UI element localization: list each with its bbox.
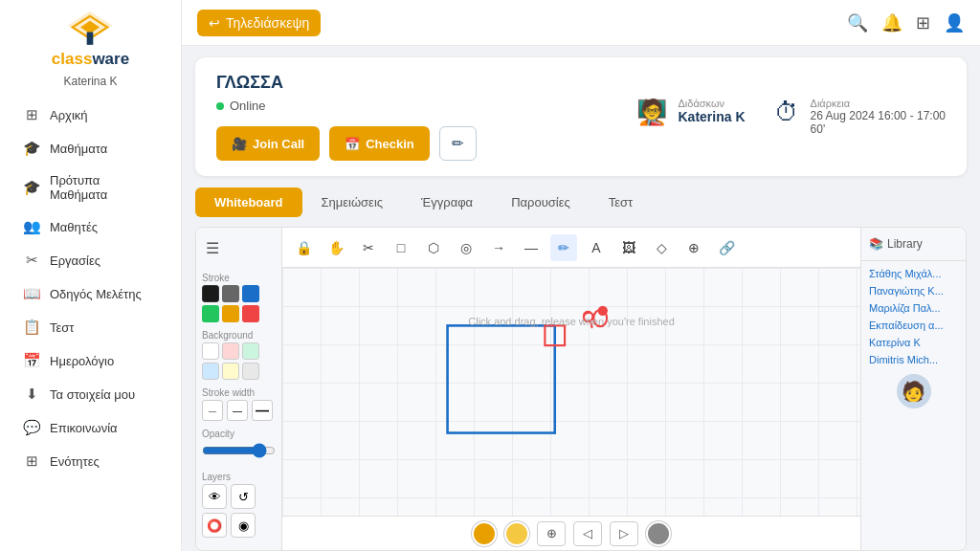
edit-icon: ✏ bbox=[452, 135, 464, 151]
grid-icon[interactable]: ⊞ bbox=[916, 12, 930, 33]
stroke-width-medium[interactable]: — bbox=[227, 400, 248, 421]
bell-icon[interactable]: 🔔 bbox=[881, 12, 902, 33]
sidebar-item-course-templates[interactable]: 🎓 Πρότυπα Μαθήματα bbox=[6, 165, 175, 209]
library-button[interactable]: 📚 Library bbox=[861, 228, 966, 261]
topbar: ↩ Τηλεδιάσκεψη 🔍 🔔 ⊞ 👤 bbox=[182, 0, 980, 46]
participant-item[interactable]: Dimitris Mich... bbox=[867, 351, 960, 368]
sidebar-item-units[interactable]: ⊞ Ενότητες bbox=[6, 445, 175, 477]
bottom-color-gray[interactable] bbox=[646, 521, 671, 546]
checkin-label: Checkin bbox=[366, 137, 414, 151]
bottom-btn-1[interactable]: ⊕ bbox=[537, 521, 566, 546]
join-call-button[interactable]: 🎥 Join Call bbox=[216, 126, 320, 161]
back-button[interactable]: ↩ Τηλεδιάσκεψη bbox=[197, 10, 321, 36]
topbar-icons: 🔍 🔔 ⊞ 👤 bbox=[847, 12, 965, 33]
bg-color-blue[interactable] bbox=[202, 363, 219, 380]
tool-link[interactable]: 🔗 bbox=[713, 234, 740, 261]
stroke-color-red[interactable] bbox=[242, 305, 259, 322]
info-icon: ⬇ bbox=[23, 386, 40, 403]
layer-btn-circle[interactable]: ⭕ bbox=[202, 513, 227, 538]
tab-documents[interactable]: Έγγραφα bbox=[402, 187, 492, 217]
stroke-color-blue[interactable] bbox=[242, 285, 259, 302]
sidebar-item-tasks[interactable]: ✂ Εργασίες bbox=[6, 244, 175, 276]
tabs-row: Whiteboard Σημειώσεις Έγγραφα Παρουσίες … bbox=[195, 187, 967, 217]
bottom-btn-3[interactable]: ▷ bbox=[610, 521, 638, 546]
tool-text[interactable]: A bbox=[583, 234, 610, 261]
tool-rect[interactable]: □ bbox=[388, 234, 414, 261]
user-avatar-icon[interactable]: 👤 bbox=[944, 12, 965, 33]
edit-button[interactable]: ✏ bbox=[439, 126, 477, 161]
bottom-color-orange[interactable] bbox=[472, 521, 497, 546]
sidebar-item-courses[interactable]: 🎓 Μαθήματα bbox=[6, 132, 175, 165]
tool-image[interactable]: 🖼 bbox=[615, 234, 642, 261]
sidebar-nav: ⊞ Αρχική 🎓 Μαθήματα 🎓 Πρότυπα Μαθήματα 👥… bbox=[0, 98, 181, 478]
participant-item[interactable]: Μαριλίζα Παλ... bbox=[867, 299, 960, 317]
bg-color-yellow[interactable] bbox=[222, 363, 239, 380]
sidebar-item-tests[interactable]: 📋 Τεστ bbox=[6, 311, 175, 343]
search-icon[interactable]: 🔍 bbox=[847, 12, 868, 33]
wb-canvas[interactable]: Click and drag, release when you're fini… bbox=[282, 268, 860, 550]
participant-item[interactable]: Κατερίνα Κ bbox=[867, 334, 960, 351]
clock-icon: ⏱ bbox=[774, 98, 799, 127]
tool-hex[interactable]: ⬡ bbox=[420, 234, 447, 261]
duration-label: Διάρκεια bbox=[811, 98, 946, 109]
sidebar-item-label: Αρχική bbox=[50, 108, 88, 122]
tool-eraser[interactable]: ◇ bbox=[648, 234, 675, 261]
bg-color-pink[interactable] bbox=[222, 342, 239, 360]
sidebar-item-calendar[interactable]: 📅 Ημερολόγιο bbox=[6, 344, 175, 377]
sidebar-item-communication[interactable]: 💬 Επικοινωνία bbox=[6, 411, 175, 444]
svg-marker-3 bbox=[87, 33, 94, 45]
templates-icon: 🎓 bbox=[23, 179, 40, 196]
checkin-button[interactable]: 📅 Checkin bbox=[329, 126, 430, 161]
tool-pen[interactable]: ✏ bbox=[550, 234, 577, 261]
sidebar-item-students[interactable]: 👥 Μαθητές bbox=[6, 210, 175, 243]
stroke-color-green[interactable] bbox=[202, 305, 219, 322]
class-minutes: 60' bbox=[811, 122, 946, 136]
tool-hand[interactable]: ✋ bbox=[323, 234, 349, 261]
tab-notes[interactable]: Σημειώσεις bbox=[302, 187, 403, 217]
class-online-status: Online bbox=[216, 99, 477, 113]
sidebar-item-label: Εργασίες bbox=[50, 253, 100, 268]
participant-list: Στάθης Μιχάλ... Παναγιώτης Κ... Μαριλίζα… bbox=[861, 261, 966, 550]
tool-lock[interactable]: 🔒 bbox=[290, 234, 317, 261]
teacher-icon: 🧑‍🏫 bbox=[636, 98, 667, 127]
courses-icon: 🎓 bbox=[23, 140, 40, 157]
participant-item[interactable]: Παναγιώτης Κ... bbox=[867, 282, 960, 299]
bottom-color-yellow[interactable] bbox=[504, 521, 529, 546]
sidebar-item-home[interactable]: ⊞ Αρχική bbox=[6, 99, 175, 131]
bg-color-white[interactable] bbox=[202, 342, 219, 360]
participant-item[interactable]: Στάθης Μιχάλ... bbox=[867, 265, 960, 282]
stroke-color-orange[interactable] bbox=[222, 305, 239, 322]
participant-item[interactable]: Εκπαίδευση α... bbox=[867, 317, 960, 334]
tab-attendance[interactable]: Παρουσίες bbox=[492, 187, 590, 217]
layer-btn-fill[interactable]: ◉ bbox=[231, 513, 256, 538]
wb-top-toolbar: 🔒 ✋ ✂ □ ⬡ ◎ → — ✏ A 🖼 ◇ ⊕ 🔗 bbox=[282, 228, 860, 268]
tests-icon: 📋 bbox=[23, 319, 40, 336]
bg-color-gray[interactable] bbox=[242, 363, 259, 380]
bg-color-green[interactable] bbox=[242, 342, 259, 360]
stroke-label: Stroke bbox=[202, 273, 276, 283]
wb-hamburger-menu[interactable]: ☰ bbox=[202, 235, 276, 261]
sidebar-item-study-guide[interactable]: 📖 Οδηγός Μελέτης bbox=[6, 277, 175, 310]
stroke-color-gray[interactable] bbox=[222, 285, 239, 302]
logo: classware bbox=[52, 10, 129, 69]
sidebar-item-my-info[interactable]: ⬇ Τα στοιχεία μου bbox=[6, 378, 175, 410]
tool-circle[interactable]: ◎ bbox=[453, 234, 479, 261]
stroke-width-thin[interactable]: — bbox=[202, 400, 223, 421]
tab-whiteboard[interactable]: Whiteboard bbox=[195, 187, 302, 217]
layer-btn-eye[interactable]: 👁 bbox=[202, 484, 227, 509]
stroke-color-black[interactable] bbox=[202, 285, 219, 302]
tool-arrow[interactable]: → bbox=[485, 234, 512, 261]
class-left: ΓΛΩΣΣΑ Online 🎥 Join Call 📅 Checkin bbox=[216, 73, 477, 161]
logo-text: classware bbox=[52, 50, 129, 69]
tool-line[interactable]: — bbox=[518, 234, 545, 261]
wb-right-panel: 📚 Library Στάθης Μιχάλ... Παναγιώτης Κ..… bbox=[860, 228, 966, 550]
tool-group[interactable]: ⊕ bbox=[680, 234, 707, 261]
online-label: Online bbox=[230, 99, 266, 113]
tool-cut[interactable]: ✂ bbox=[355, 234, 382, 261]
bg-color-grid bbox=[202, 342, 276, 380]
bottom-btn-2[interactable]: ◁ bbox=[573, 521, 602, 546]
tab-test[interactable]: Τεστ bbox=[590, 187, 652, 217]
layer-btn-rotate[interactable]: ↺ bbox=[231, 484, 256, 509]
stroke-width-thick[interactable]: — bbox=[252, 400, 273, 421]
opacity-slider[interactable] bbox=[202, 443, 276, 458]
